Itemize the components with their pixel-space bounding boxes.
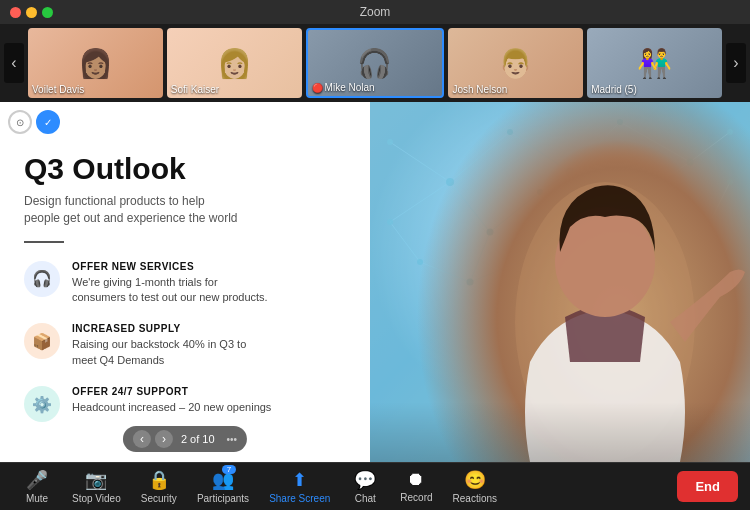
pres-item-2: ⚙️ OFFER 24/7 SUPPORT Headcount increase… [24,386,346,422]
participant-thumb-2[interactable]: 🎧 🔴 Mike Nolan [306,28,445,98]
pres-item-1: 📦 INCREASED SUPPLY Raising our backstock… [24,323,346,368]
toolbar-items: 🎤 Mute 📷 Stop Video 🔒 Security 👥 7 [12,465,677,508]
video-label: Stop Video [72,493,121,504]
participant-thumb-1[interactable]: 👩🏼 Sofi Kaiser [167,28,302,98]
video-gradient-overlay [370,402,750,462]
share-item-wrapper: ⬆ Share Screen [259,465,340,508]
participant-thumb-0[interactable]: 👩🏽 Voilet Davis [28,28,163,98]
participant-name-2: 🔴 Mike Nolan [312,82,375,93]
toolbar: 🎤 Mute 📷 Stop Video 🔒 Security 👥 7 [0,462,750,510]
presentation-subtitle: Design functional products to help peopl… [24,193,244,227]
mute-label: Mute [26,493,48,504]
pres-item-text-0: OFFER NEW SERVICES We're giving 1-month … [72,261,272,306]
stop-video-button[interactable]: 📷 Stop Video [62,465,131,508]
pres-share-btn[interactable]: ✓ [36,110,60,134]
security-item-wrapper: 🔒 Security [131,465,187,508]
record-label: Record [400,492,432,503]
reactions-icon: 😊 [464,469,486,491]
pres-item-icon-0: 🎧 [24,261,60,297]
slide-menu-btn[interactable]: ••• [227,434,238,445]
title-bar: Zoom [0,0,750,24]
reactions-label: Reactions [453,493,497,504]
participants-strip: ‹ 👩🏽 Voilet Davis 👩🏼 Sofi Kaiser 🎧 🔴 Mik… [0,24,750,102]
pres-item-icon-1: 📦 [24,323,60,359]
participants-button[interactable]: 👥 7 Participants [187,465,259,508]
slide-counter: 2 of 10 [177,433,219,445]
presentation-divider [24,241,64,243]
record-button[interactable]: ⏺ Record [390,465,442,507]
window-title: Zoom [360,5,391,19]
participants-label: Participants [197,493,249,504]
chat-button[interactable]: 💬 Chat [340,465,390,508]
slide-prev-btn[interactable]: ‹ [133,430,151,448]
participant-thumb-3[interactable]: 👨🏼 Josh Nelson [448,28,583,98]
presentation-panel: ⊙ ✓ Q3 Outlook Design functional product… [0,102,370,462]
presentation-title: Q3 Outlook [24,152,346,185]
participant-name-3: Josh Nelson [452,84,507,95]
mute-icon: 🎤 [26,469,48,491]
share-screen-button[interactable]: ⬆ Share Screen [259,465,340,508]
strip-scroll-right[interactable]: › [726,43,746,83]
chat-label: Chat [355,493,376,504]
traffic-lights [10,7,53,18]
settings-icon: ⊙ [16,117,24,128]
reactions-button[interactable]: 😊 Reactions [443,465,507,508]
security-icon: 🔒 [148,469,170,491]
video-panel [370,102,750,462]
chat-icon: 💬 [354,469,376,491]
maximize-button[interactable] [42,7,53,18]
participant-name-1: Sofi Kaiser [171,84,219,95]
video-item-wrapper: 📷 Stop Video [62,465,131,508]
strip-scroll-left[interactable]: ‹ [4,43,24,83]
participant-name-4: Madrid (5) [591,84,637,95]
share-screen-icon: ⬆ [292,469,307,491]
participants-item-wrapper: 👥 7 Participants [187,465,259,508]
record-item-wrapper: ⏺ Record [390,465,442,508]
close-button[interactable] [10,7,21,18]
mute-item-wrapper: 🎤 Mute [12,465,62,508]
security-button[interactable]: 🔒 Security [131,465,187,508]
pres-item-0: 🎧 OFFER NEW SERVICES We're giving 1-mont… [24,261,346,306]
minimize-button[interactable] [26,7,37,18]
main-area: ⊙ ✓ Q3 Outlook Design functional product… [0,102,750,462]
camera-icon: 📷 [85,469,107,491]
slide-navigator[interactable]: ‹ › 2 of 10 ••• [123,426,247,452]
participants-badge: 7 [222,465,236,474]
reactions-item-wrapper: 😊 Reactions [443,465,507,508]
participant-thumb-4[interactable]: 👫 Madrid (5) [587,28,722,98]
participant-name-0: Voilet Davis [32,84,84,95]
slide-next-btn[interactable]: › [155,430,173,448]
pres-item-text-2: OFFER 24/7 SUPPORT Headcount increased –… [72,386,271,415]
presentation-content: Q3 Outlook Design functional products to… [24,152,346,422]
pres-settings-btn[interactable]: ⊙ [8,110,32,134]
mute-button[interactable]: 🎤 Mute [12,465,62,508]
share-screen-label: Share Screen [269,493,330,504]
record-icon: ⏺ [407,469,425,490]
security-label: Security [141,493,177,504]
presentation-controls: ⊙ ✓ [8,110,60,134]
end-meeting-button[interactable]: End [677,471,738,502]
pres-item-text-1: INCREASED SUPPLY Raising our backstock 4… [72,323,272,368]
pres-item-icon-2: ⚙️ [24,386,60,422]
mic-off-icon-2: 🔴 [312,83,323,93]
chat-item-wrapper: 💬 Chat [340,465,390,508]
share-active-icon: ✓ [44,117,52,128]
